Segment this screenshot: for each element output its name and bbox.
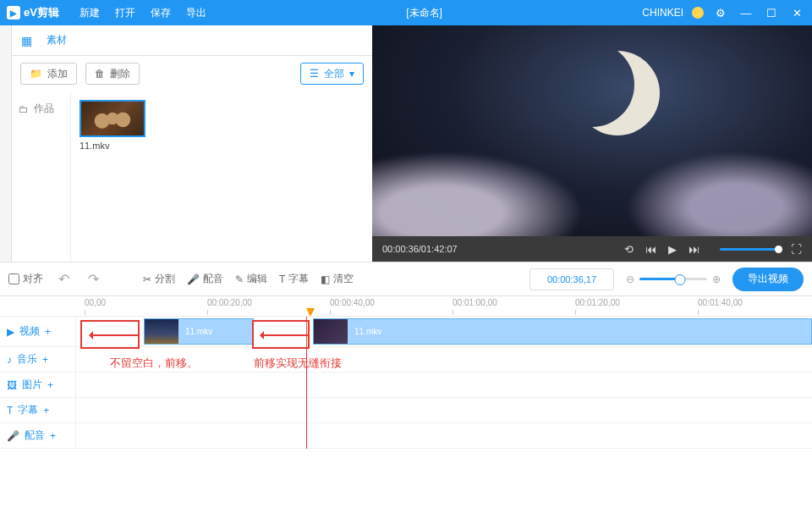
mic-icon: 🎤 <box>187 273 200 285</box>
window-title: [未命名] <box>206 6 642 20</box>
annotation-text-1: 不留空白，前移。 <box>110 356 198 371</box>
track-body[interactable] <box>76 423 812 448</box>
media-thumbnail[interactable]: 11.mkv <box>80 100 145 151</box>
add-track-icon[interactable]: + <box>45 326 51 338</box>
titlebar-right: CHINKEI ⚙ — ☐ ✕ <box>642 4 805 21</box>
volume-slider[interactable] <box>720 248 779 251</box>
zoom-slider[interactable] <box>639 278 707 280</box>
material-body: 🗀 作品 11.mkv <box>12 91 372 262</box>
video-track-body[interactable]: 11.mkv 11.mkv <box>76 317 812 346</box>
menu-export[interactable]: 导出 <box>186 6 206 20</box>
ruler-labels: 00,00 00:00:20,00 00:00:40,00 00:01:00,0… <box>76 296 812 316</box>
fullscreen-button[interactable]: ⛶ <box>791 243 802 256</box>
menu-save[interactable]: 保存 <box>151 6 171 20</box>
filter-dropdown[interactable]: ☰ 全部 ▾ <box>300 63 364 85</box>
loop-icon[interactable]: ⟲ <box>624 243 634 256</box>
timeline-ruler[interactable]: 00,00 00:00:20,00 00:00:40,00 00:01:00,0… <box>0 296 812 317</box>
ruler-tick: 00,00 <box>85 298 106 307</box>
user-badge-icon <box>692 7 704 19</box>
video-clip-2[interactable]: 11.mkv <box>313 318 812 345</box>
maximize-button[interactable]: ☐ <box>763 4 780 21</box>
grid-icon[interactable]: ▦ <box>12 34 41 47</box>
video-icon: ▶ <box>7 326 14 338</box>
title-bar: ▶ eV剪辑 新建 打开 保存 导出 [未命名] CHINKEI ⚙ — ☐ ✕ <box>0 0 812 25</box>
list-icon: ☰ <box>310 68 319 80</box>
play-button[interactable]: ▶ <box>668 243 677 256</box>
app-logo: ▶ eV剪辑 <box>7 5 59 20</box>
ruler-tick: 00:01:40,00 <box>698 298 743 307</box>
timecode: 00:00:36/01:42:07 <box>382 244 458 254</box>
thumbnail-area: 11.mkv <box>71 91 372 262</box>
split-button[interactable]: ✂分割 <box>143 272 175 286</box>
play-icon: ▶ <box>7 6 20 19</box>
edit-button[interactable]: ✎编辑 <box>235 272 267 286</box>
align-checkbox-input[interactable] <box>8 273 19 284</box>
delete-button[interactable]: 🗑 删除 <box>85 63 140 85</box>
music-track-head[interactable]: ♪音乐+ <box>0 347 76 372</box>
video-track-head[interactable]: ▶视频+ <box>0 317 76 346</box>
next-frame-button[interactable]: ⏭ <box>689 243 700 256</box>
video-track: ▶视频+ 11.mkv 11.mkv <box>0 317 812 347</box>
thumbnail-label: 11.mkv <box>80 141 145 151</box>
upper-area: ▦ 素材 📁 添加 🗑 删除 ☰ 全部 ▾ 🗀 作品 <box>0 25 812 262</box>
clip-thumbnail <box>314 319 348 344</box>
subtitle-track-head[interactable]: T字幕+ <box>0 398 76 422</box>
zoom-control: ⊖ ⊕ <box>626 273 721 285</box>
playhead-handle[interactable] <box>306 308 315 317</box>
user-name[interactable]: CHINKEI <box>642 7 683 19</box>
video-clip-1[interactable]: 11.mkv <box>144 318 254 345</box>
dub-button[interactable]: 🎤配音 <box>187 272 223 286</box>
editor-toolbar: 对齐 ↶ ↷ ✂分割 🎤配音 ✎编辑 T字幕 ◧清空 00:00:36,17 ⊖… <box>0 262 812 296</box>
material-panel: ▦ 素材 📁 添加 🗑 删除 ☰ 全部 ▾ 🗀 作品 <box>12 25 372 262</box>
subtitle-button[interactable]: T字幕 <box>279 272 309 286</box>
image-track: 🖼图片+ <box>0 373 812 398</box>
add-track-icon[interactable]: + <box>47 379 53 391</box>
material-toolbar: 📁 添加 🗑 删除 ☰ 全部 ▾ <box>12 56 372 91</box>
scissors-icon: ✂ <box>143 273 151 285</box>
add-track-icon[interactable]: + <box>42 354 48 366</box>
folder-works[interactable]: 🗀 作品 <box>17 98 65 119</box>
chevron-down-icon: ▾ <box>349 68 354 80</box>
minimize-button[interactable]: — <box>738 4 754 21</box>
undo-button[interactable]: ↶ <box>55 271 73 287</box>
zoom-out-button[interactable]: ⊖ <box>626 273 634 285</box>
tab-material[interactable]: 素材 <box>41 33 72 47</box>
folder-tree: 🗀 作品 <box>12 91 71 262</box>
eraser-icon: ◧ <box>321 273 330 285</box>
prev-frame-button[interactable]: ⏮ <box>645 243 656 256</box>
track-body[interactable] <box>76 398 812 422</box>
settings-icon[interactable]: ⚙ <box>712 4 729 21</box>
zoom-in-button[interactable]: ⊕ <box>712 273 721 285</box>
annotation-text-2: 前移实现无缝衔接 <box>254 356 342 371</box>
add-track-icon[interactable]: + <box>43 405 49 417</box>
export-video-button[interactable]: 导出视频 <box>732 268 804 291</box>
app-name: eV剪辑 <box>24 5 59 20</box>
clip-label: 11.mkv <box>348 327 388 336</box>
left-gutter <box>0 25 12 262</box>
track-body[interactable] <box>76 373 812 397</box>
menu-new[interactable]: 新建 <box>80 6 100 20</box>
timeline: 00,00 00:00:20,00 00:00:40,00 00:01:00,0… <box>0 296 812 449</box>
text-icon: T <box>279 273 285 285</box>
preview-controls: 00:00:36/01:42:07 ⟲ ⏮ ▶ ⏭ ⛶ <box>372 236 812 262</box>
add-button[interactable]: 📁 添加 <box>20 63 77 85</box>
image-track-head[interactable]: 🖼图片+ <box>0 373 76 397</box>
ruler-tick: 00:01:20,00 <box>575 298 620 307</box>
menu-open[interactable]: 打开 <box>115 6 135 20</box>
dub-track: 🎤配音+ <box>0 423 812 449</box>
redo-button[interactable]: ↷ <box>85 271 102 287</box>
folder-plus-icon: 📁 <box>30 68 42 80</box>
preview-panel: 00:00:36/01:42:07 ⟲ ⏮ ▶ ⏭ ⛶ <box>372 25 812 262</box>
timeline-time[interactable]: 00:00:36,17 <box>529 268 614 290</box>
add-track-icon[interactable]: + <box>50 430 56 442</box>
preview-content <box>626 152 812 236</box>
main-menu: 新建 打开 保存 导出 <box>80 6 206 20</box>
thumbnail-image <box>80 100 145 137</box>
material-nav: ▦ 素材 <box>12 25 372 56</box>
image-icon: 🖼 <box>7 379 17 391</box>
clear-button[interactable]: ◧清空 <box>321 272 354 286</box>
preview-video[interactable] <box>372 25 812 236</box>
align-checkbox[interactable]: 对齐 <box>8 272 43 286</box>
dub-track-head[interactable]: 🎤配音+ <box>0 423 76 448</box>
close-button[interactable]: ✕ <box>788 4 805 21</box>
